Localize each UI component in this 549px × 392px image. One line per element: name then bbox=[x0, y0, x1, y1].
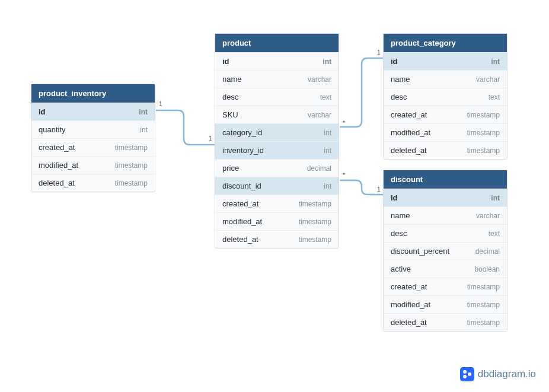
column-name: deleted_at bbox=[391, 318, 427, 327]
column-type: boolean bbox=[474, 265, 500, 273]
table-row[interactable]: deleted_at timestamp bbox=[384, 313, 507, 331]
rel-inventory-product bbox=[156, 110, 215, 145]
column-name: desc bbox=[222, 93, 238, 101]
column-type: varchar bbox=[476, 212, 500, 220]
table-row[interactable]: id int bbox=[384, 189, 507, 206]
column-name: created_at bbox=[391, 110, 427, 119]
table-row[interactable]: discount_percent decimal bbox=[384, 242, 507, 260]
column-name: desc bbox=[391, 229, 407, 238]
column-name: name bbox=[391, 75, 410, 84]
column-name: deleted_at bbox=[39, 179, 75, 187]
column-type: decimal bbox=[475, 247, 500, 256]
table-row[interactable]: created_at timestamp bbox=[31, 138, 155, 156]
column-type: timestamp bbox=[467, 301, 500, 309]
cardinality-label: 1 bbox=[209, 135, 212, 142]
table-product-inventory[interactable]: product_inventory id int quantity int cr… bbox=[31, 84, 155, 192]
cardinality-label: 1 bbox=[377, 49, 381, 56]
column-name: modified_at bbox=[391, 300, 430, 309]
column-type: timestamp bbox=[299, 218, 331, 226]
watermark: dbdiagram.io bbox=[460, 367, 536, 381]
table-row[interactable]: created_at timestamp bbox=[215, 195, 339, 212]
table-row[interactable]: id int bbox=[384, 52, 507, 70]
column-name: id bbox=[391, 57, 398, 66]
cardinality-label: 1 bbox=[377, 186, 381, 193]
table-row[interactable]: price decimal bbox=[215, 159, 339, 177]
table-row[interactable]: name varchar bbox=[384, 70, 507, 88]
column-type: text bbox=[489, 93, 500, 101]
table-row[interactable]: modified_at timestamp bbox=[384, 123, 507, 141]
dbdiagram-logo-icon bbox=[460, 367, 474, 381]
column-name: discount_id bbox=[222, 181, 261, 190]
column-type: varchar bbox=[308, 111, 331, 119]
column-type: timestamp bbox=[299, 200, 331, 208]
column-name: price bbox=[222, 164, 239, 173]
table-row[interactable]: created_at timestamp bbox=[384, 278, 507, 295]
table-row[interactable]: name varchar bbox=[384, 206, 507, 224]
column-name: created_at bbox=[391, 282, 427, 291]
column-name: SKU bbox=[222, 110, 238, 119]
column-type: timestamp bbox=[467, 146, 500, 155]
table-discount[interactable]: discount id int name varchar desc text d… bbox=[383, 170, 507, 332]
table-row[interactable]: quantity int bbox=[31, 120, 155, 138]
column-name: created_at bbox=[222, 199, 258, 208]
table-row[interactable]: id int bbox=[31, 103, 155, 120]
column-type: int bbox=[324, 146, 331, 155]
column-type: timestamp bbox=[115, 161, 148, 170]
column-name: modified_at bbox=[391, 128, 430, 137]
table-row[interactable]: id int bbox=[215, 52, 339, 70]
table-header[interactable]: product_category bbox=[384, 34, 507, 52]
column-name: active bbox=[391, 264, 411, 273]
column-name: name bbox=[391, 211, 410, 220]
table-header[interactable]: product_inventory bbox=[31, 84, 155, 103]
column-type: int bbox=[140, 126, 148, 134]
table-header[interactable]: product bbox=[215, 34, 339, 52]
column-name: inventory_id bbox=[222, 146, 264, 155]
table-row[interactable]: modified_at timestamp bbox=[31, 156, 155, 174]
table-row[interactable]: inventory_id int bbox=[215, 141, 339, 159]
column-name: category_id bbox=[222, 128, 262, 137]
table-row[interactable]: created_at timestamp bbox=[384, 106, 507, 123]
cardinality-label: 1 bbox=[159, 101, 162, 107]
table-row[interactable]: discount_id int bbox=[215, 177, 339, 195]
table-row[interactable]: desc text bbox=[384, 88, 507, 106]
column-type: timestamp bbox=[115, 179, 148, 187]
column-type: int bbox=[323, 58, 331, 66]
column-name: name bbox=[222, 75, 242, 84]
column-name: id bbox=[391, 193, 398, 202]
column-name: quantity bbox=[39, 125, 66, 134]
column-name: modified_at bbox=[222, 217, 262, 226]
table-product[interactable]: product id int name varchar desc text SK… bbox=[215, 33, 339, 248]
column-name: desc bbox=[391, 93, 407, 101]
cardinality-label: * bbox=[343, 120, 345, 126]
table-row[interactable]: desc text bbox=[384, 224, 507, 242]
table-row[interactable]: active boolean bbox=[384, 260, 507, 278]
column-name: id bbox=[39, 107, 46, 116]
column-name: id bbox=[222, 57, 229, 66]
column-type: varchar bbox=[308, 75, 331, 84]
column-type: text bbox=[320, 93, 331, 101]
diagram-canvas[interactable]: 1 1 * 1 * 1 product_inventory id int qua… bbox=[0, 0, 549, 392]
table-row[interactable]: category_id int bbox=[215, 123, 339, 141]
column-name: deleted_at bbox=[222, 235, 258, 244]
table-header[interactable]: discount bbox=[384, 170, 507, 189]
column-type: timestamp bbox=[467, 283, 500, 291]
table-row[interactable]: desc text bbox=[215, 88, 339, 106]
column-type: int bbox=[491, 58, 500, 66]
column-type: int bbox=[491, 194, 500, 202]
table-row[interactable]: deleted_at timestamp bbox=[31, 174, 155, 192]
column-type: timestamp bbox=[467, 111, 500, 119]
column-type: timestamp bbox=[467, 129, 500, 137]
column-type: decimal bbox=[307, 164, 331, 173]
table-product-category[interactable]: product_category id int name varchar des… bbox=[383, 33, 507, 160]
table-row[interactable]: SKU varchar bbox=[215, 106, 339, 123]
table-row[interactable]: name varchar bbox=[215, 70, 339, 88]
column-name: created_at bbox=[39, 143, 75, 152]
table-row[interactable]: modified_at timestamp bbox=[215, 212, 339, 230]
table-row[interactable]: deleted_at timestamp bbox=[384, 141, 507, 159]
column-name: deleted_at bbox=[391, 146, 427, 155]
table-row[interactable]: deleted_at timestamp bbox=[215, 230, 339, 248]
column-type: int bbox=[324, 129, 331, 137]
column-name: discount_percent bbox=[391, 247, 449, 256]
table-row[interactable]: modified_at timestamp bbox=[384, 295, 507, 313]
column-name: modified_at bbox=[39, 161, 78, 170]
